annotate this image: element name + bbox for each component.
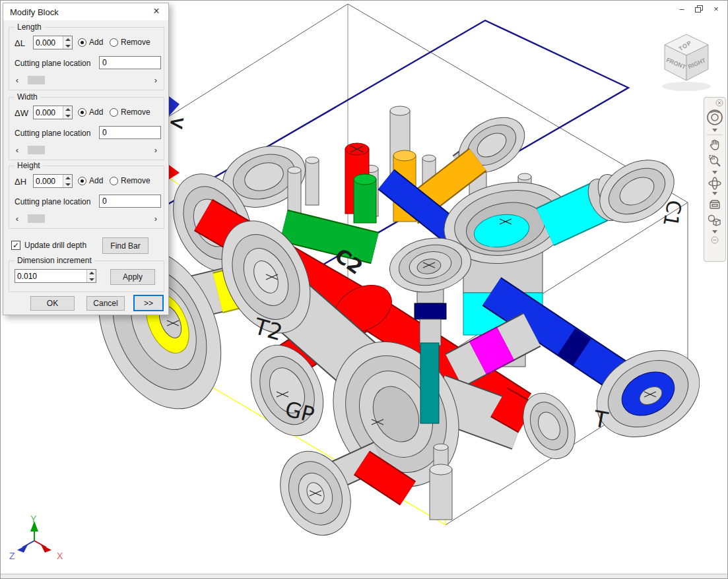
axis-y-label: Y: [30, 514, 37, 524]
radio-icon: [110, 38, 118, 47]
scroll-right-icon[interactable]: ›: [152, 214, 160, 224]
height-group-label: Height: [15, 161, 43, 170]
view-cube-settings-icon[interactable]: [706, 212, 723, 229]
find-bar-button[interactable]: Find Bar: [102, 237, 149, 254]
update-drill-depth-checkbox[interactable]: ✓: [11, 241, 20, 250]
spin-up-icon[interactable]: [63, 36, 72, 43]
ok-button[interactable]: OK: [30, 296, 75, 311]
view-cube[interactable]: TOP FRONT RIGHT: [662, 34, 711, 91]
red-fragment: [169, 165, 180, 179]
cutting-plane-field: [99, 56, 161, 69]
orbit-icon[interactable]: [706, 175, 723, 191]
length-group-label: Length: [15, 22, 44, 32]
restore-button[interactable]: [694, 4, 704, 15]
radio-icon: [110, 177, 118, 185]
more-options-button[interactable]: >>: [133, 295, 164, 311]
radio-icon: [110, 108, 118, 117]
width-scrollbar[interactable]: ‹ ›: [13, 145, 160, 156]
cutting-plane-field: [99, 195, 161, 208]
close-window-button[interactable]: ×: [711, 4, 721, 15]
scroll-left-icon[interactable]: ‹: [13, 214, 21, 224]
add-label: Add: [89, 176, 103, 185]
spin-up-icon[interactable]: [63, 106, 72, 113]
length-scrollbar[interactable]: ‹ ›: [13, 75, 160, 86]
zoom-icon[interactable]: [707, 153, 723, 170]
add-label: Add: [89, 38, 103, 47]
height-cutting-plane-input[interactable]: [100, 195, 160, 207]
close-window-icon: ×: [713, 4, 719, 15]
window-bottom-edge: [1, 574, 727, 578]
width-add-radio[interactable]: Add: [78, 107, 103, 117]
label-t: T: [591, 405, 611, 433]
scroll-right-icon[interactable]: ›: [152, 145, 160, 156]
scroll-left-icon[interactable]: ‹: [13, 75, 21, 86]
dimension-increment-group: Dimension increment Apply: [9, 260, 164, 292]
pan-icon[interactable]: [707, 137, 723, 153]
length-remove-radio[interactable]: Remove: [110, 38, 150, 47]
dialog-close-icon[interactable]: ×: [150, 5, 162, 17]
delta-w-label: ΔW: [15, 108, 28, 118]
label-c1: C1: [659, 198, 686, 229]
green-vertical-cylinder: [354, 174, 376, 223]
spin-down-icon[interactable]: [87, 276, 96, 283]
scroll-right-icon[interactable]: ›: [152, 75, 160, 86]
navbar-collapse-icon[interactable]: [711, 236, 719, 244]
spin-down-icon[interactable]: [63, 43, 72, 49]
navbar-separator: [707, 135, 723, 135]
modify-block-dialog: Modify Block × Length ΔL Add Remove Cutt…: [3, 3, 169, 315]
delta-h-label: ΔH: [15, 177, 26, 187]
navbar-close-icon[interactable]: [715, 99, 723, 107]
dimension-increment-input[interactable]: [15, 270, 85, 282]
length-group: Length ΔL Add Remove Cutting plane locat…: [9, 27, 164, 90]
look-at-icon[interactable]: [707, 197, 723, 212]
delta-l-input[interactable]: [34, 36, 63, 49]
ucs-triad: Y X Z: [9, 514, 63, 561]
length-add-radio[interactable]: Add: [78, 38, 103, 47]
steering-wheel-icon[interactable]: [705, 107, 725, 128]
dialog-titlebar[interactable]: Modify Block ×: [3, 3, 168, 20]
spin-up-icon[interactable]: [87, 270, 96, 276]
restore-icon: [695, 5, 704, 13]
spin-down-icon[interactable]: [63, 113, 72, 119]
delta-w-input[interactable]: [34, 106, 63, 119]
orbit-dropdown-icon[interactable]: [712, 192, 717, 195]
navigation-bar: [704, 97, 726, 262]
remove-label: Remove: [121, 107, 150, 117]
width-cutting-plane-input[interactable]: [100, 127, 160, 138]
height-add-radio[interactable]: Add: [78, 176, 103, 185]
dimension-increment-spinner: [15, 269, 96, 283]
zoom-dropdown-icon[interactable]: [712, 171, 717, 174]
scroll-thumb[interactable]: [28, 76, 45, 84]
steering-wheel-dropdown-icon[interactable]: [712, 129, 717, 132]
height-remove-radio[interactable]: Remove: [110, 176, 150, 185]
cancel-button[interactable]: Cancel: [86, 296, 125, 311]
length-cutting-plane-input[interactable]: [100, 57, 160, 69]
height-group: Height ΔH Add Remove Cutting plane locat…: [9, 166, 164, 229]
minimize-button[interactable]: –: [677, 4, 687, 15]
green-pipe: [284, 226, 375, 248]
apply-button[interactable]: Apply: [110, 269, 155, 285]
delta-h-input[interactable]: [34, 175, 63, 187]
axis-x-label: X: [57, 551, 63, 561]
scroll-thumb[interactable]: [28, 214, 45, 223]
minimize-icon: –: [679, 4, 684, 15]
label-partial: <: [167, 109, 187, 135]
navbar-more-dropdown-icon[interactable]: [712, 230, 717, 233]
radio-icon: [78, 38, 86, 47]
cutting-plane-field: [99, 126, 161, 139]
spin-down-icon[interactable]: [63, 181, 72, 188]
delta-h-spinner: [33, 174, 73, 188]
delta-l-label: ΔL: [15, 38, 25, 48]
width-group: Width ΔW Add Remove Cutting plane locati…: [9, 97, 164, 160]
spin-up-icon[interactable]: [63, 175, 72, 181]
cutting-plane-label: Cutting plane location: [15, 197, 90, 206]
dialog-title: Modify Block: [10, 7, 59, 17]
height-scrollbar[interactable]: ‹ ›: [13, 214, 160, 224]
width-group-label: Width: [15, 92, 40, 102]
remove-label: Remove: [121, 176, 150, 185]
scroll-left-icon[interactable]: ‹: [13, 145, 21, 156]
width-remove-radio[interactable]: Remove: [110, 107, 150, 117]
radio-icon: [78, 108, 86, 117]
scroll-thumb[interactable]: [28, 146, 45, 154]
dimension-increment-label: Dimension increment: [15, 256, 94, 265]
